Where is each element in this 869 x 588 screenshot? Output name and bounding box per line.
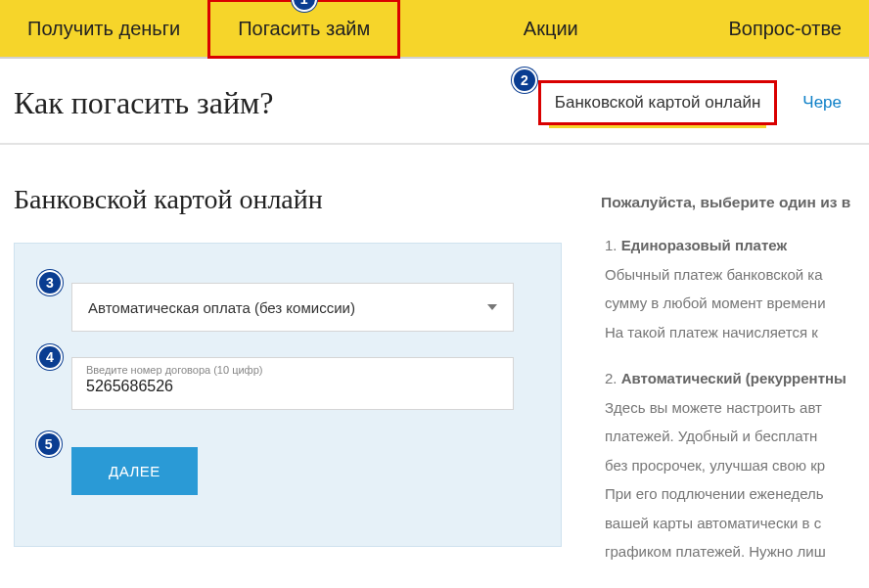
- right-column: Пожалуйста, выберите один из в Единоразо…: [601, 184, 855, 586]
- info-item2-line: Здесь вы можете настроить авт: [605, 395, 855, 421]
- nav-faq[interactable]: Вопрос-отве: [701, 2, 869, 56]
- info-item1-line: Обычный платеж банковской ка: [605, 262, 855, 288]
- chevron-down-icon: [487, 304, 497, 310]
- info-item2-line: без просрочек, улучшая свою кр: [605, 453, 855, 478]
- nav-get-money[interactable]: Получить деньги: [0, 2, 207, 56]
- next-button-label: ДАЛЕЕ: [109, 463, 160, 479]
- list-item: Автоматический (рекуррентны Здесь вы мож…: [605, 366, 855, 565]
- nav-promo[interactable]: Акции: [496, 2, 606, 56]
- contract-number-label: Введите номер договора (10 цифр): [86, 364, 499, 376]
- callout-badge-3: 3: [37, 270, 63, 295]
- left-column: Банковской картой онлайн Автоматическая …: [14, 184, 562, 586]
- info-list: Единоразовый платеж Обычный платеж банко…: [601, 233, 855, 565]
- contract-number-input[interactable]: [86, 376, 499, 397]
- info-item1-title: Единоразовый платеж: [621, 237, 787, 253]
- contract-number-field-wrap: Введите номер договора (10 цифр) 4: [71, 357, 514, 410]
- tab-card-online-label: Банковской картой онлайн: [555, 93, 760, 112]
- info-item2-line: платежей. Удобный и бесплатн: [605, 424, 855, 449]
- info-item2-title: Автоматический (рекуррентны: [621, 370, 846, 386]
- payment-type-select-value: Автоматическая оплата (без комиссии): [88, 299, 355, 316]
- info-item1-line: На такой платеж начисляется к: [605, 320, 855, 345]
- info-item2-line: При его подлючении еженедель: [605, 481, 855, 507]
- callout-badge-1: 1: [292, 0, 317, 12]
- callout-badge-2: 2: [512, 68, 537, 93]
- payment-type-select[interactable]: Автоматическая оплата (без комиссии) 3: [71, 283, 514, 332]
- info-item1-line: сумму в любой момент времени: [605, 291, 855, 316]
- section-heading: Банковской картой онлайн: [14, 184, 562, 215]
- nav-repay-loan[interactable]: Погасить займ 1: [207, 0, 400, 59]
- subheading-row: Как погасить займ? Банковской картой онл…: [0, 59, 869, 145]
- next-button[interactable]: ДАЛЕЕ 5: [71, 447, 198, 495]
- page-question-title: Как погасить займ?: [14, 85, 273, 121]
- top-nav: Получить деньги Погасить займ 1 Акции Во…: [0, 0, 869, 59]
- info-item2-line: графиком платежей. Нужно лиш: [605, 539, 855, 565]
- info-item2-line: вашей карты автоматически в с: [605, 511, 855, 536]
- nav-repay-loan-label: Погасить займ: [238, 18, 370, 39]
- content-row: Банковской картой онлайн Автоматическая …: [0, 145, 869, 586]
- tab-card-online[interactable]: Банковской картой онлайн 2: [538, 80, 777, 125]
- list-item: Единоразовый платеж Обычный платеж банко…: [605, 233, 855, 344]
- subhead-tabs: Банковской картой онлайн 2 Чере: [538, 80, 855, 125]
- tab-via[interactable]: Чере: [789, 83, 855, 122]
- payment-form-panel: Автоматическая оплата (без комиссии) 3 В…: [14, 243, 562, 547]
- callout-badge-4: 4: [37, 344, 63, 370]
- info-lead: Пожалуйста, выберите один из в: [601, 190, 855, 215]
- callout-badge-5: 5: [36, 431, 62, 457]
